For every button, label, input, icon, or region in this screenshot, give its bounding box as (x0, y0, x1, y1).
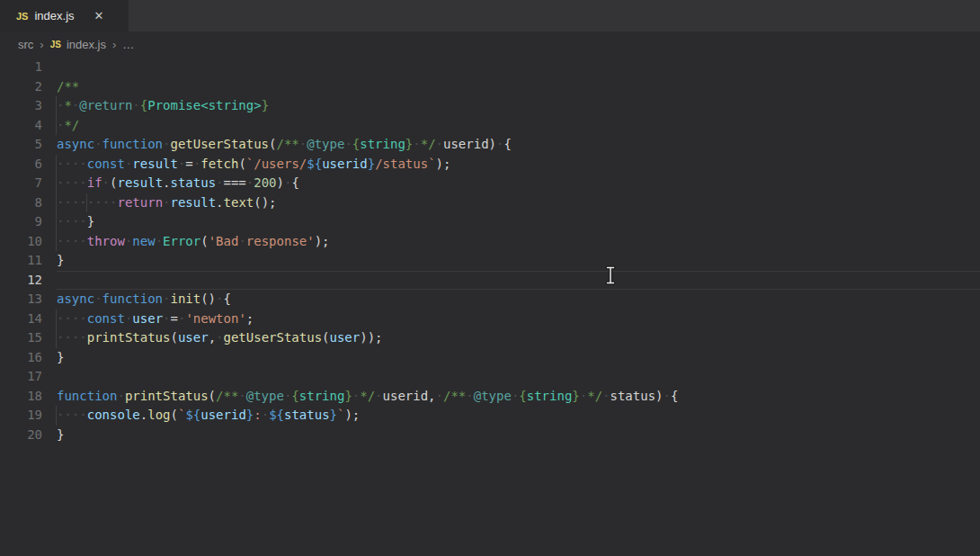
code-line[interactable]: 5async·function·getUserStatus(/**·@type·… (0, 135, 980, 155)
whitespace-dot: · (262, 408, 269, 422)
code-line[interactable]: 4·*/ (0, 116, 980, 136)
code-token: ) (277, 175, 284, 190)
close-icon[interactable]: ✕ (94, 10, 104, 22)
line-number[interactable]: 4 (0, 116, 57, 136)
line-number[interactable]: 2 (0, 77, 57, 97)
code-token: = (171, 311, 178, 326)
code-token: async (57, 291, 94, 306)
whitespace-dot: · (436, 389, 443, 403)
whitespace-dot: · (299, 137, 307, 151)
code-line[interactable]: 15····printStatus(user,·getUserStatus(us… (0, 328, 980, 348)
tab-index-js[interactable]: JS index.js ✕ (0, 0, 129, 31)
code-line[interactable]: 10····throw·new·Error('Bad·response'); (0, 232, 980, 252)
line-number[interactable]: 3 (0, 96, 57, 116)
code-line[interactable]: 14····const·user·=·'newton'; (0, 309, 980, 329)
line-number[interactable]: 18 (0, 387, 57, 407)
code-line[interactable]: 17 (0, 367, 980, 387)
whitespace-dot: · (94, 291, 102, 306)
code-token: */ (64, 118, 79, 132)
indent-guide (56, 309, 57, 329)
code-token: ); (315, 234, 330, 248)
breadcrumb-item-src[interactable]: src (18, 38, 33, 51)
line-number[interactable]: 15 (0, 328, 57, 348)
code-token: init (170, 291, 200, 306)
whitespace-dot: · (102, 175, 110, 190)
tab-bar: JS index.js ✕ (0, 0, 980, 31)
code-token: ${ (269, 408, 284, 422)
line-number[interactable]: 10 (0, 232, 57, 252)
whitespace-dot: · (163, 195, 170, 210)
line-number[interactable]: 13 (0, 290, 57, 309)
line-content: ····console.log(`${userid}:·${status}`); (57, 406, 980, 426)
code-line[interactable]: 2/** (0, 77, 980, 97)
js-file-icon: JS (16, 11, 28, 22)
code-line[interactable]: 11} (0, 251, 980, 271)
code-token: userid (200, 408, 246, 422)
code-token: ( (170, 330, 177, 345)
line-content: ····const·user·=·'newton'; (57, 309, 980, 329)
line-number[interactable]: 14 (0, 309, 57, 329)
code-line[interactable]: 20} (0, 426, 980, 445)
code-line[interactable]: 8········return·result.text(); (0, 193, 980, 213)
code-line[interactable]: 16} (0, 348, 980, 368)
line-number[interactable]: 17 (0, 367, 57, 387)
indent-guide (56, 96, 57, 116)
code-token: } (344, 389, 352, 403)
line-number[interactable]: 7 (0, 174, 57, 193)
whitespace-dot: · (238, 389, 245, 403)
code-token: . (216, 195, 223, 210)
code-token: (); (254, 195, 276, 210)
line-number[interactable]: 19 (0, 406, 57, 426)
indent-guide (56, 116, 57, 136)
code-line[interactable]: 18function·printStatus(/**·@type·{string… (0, 387, 980, 407)
code-token: 'newton' (185, 311, 245, 326)
code-editor[interactable]: 12/**3·*·@return·{Promise<string>}4·*/5a… (0, 58, 980, 444)
indent-guide (56, 155, 57, 175)
code-token: , (209, 330, 216, 345)
line-number[interactable]: 16 (0, 348, 57, 368)
code-token: { (671, 389, 678, 403)
line-number[interactable]: 9 (0, 212, 57, 232)
code-token: } (57, 253, 64, 267)
code-token: { (140, 98, 147, 112)
code-line[interactable]: 19····console.log(`${userid}:·${status}`… (0, 406, 980, 426)
code-token: result (117, 175, 163, 190)
chevron-right-icon: › (112, 38, 116, 51)
code-token: if (87, 175, 102, 190)
indent-guide (56, 212, 57, 232)
indent-guide (86, 193, 87, 213)
breadcrumb-item-symbols[interactable]: … (122, 38, 134, 51)
code-line[interactable]: 7····if·(result.status·===·200)·{ (0, 174, 980, 193)
line-content: async·function·init()·{ (57, 290, 980, 309)
code-token: /** (216, 389, 238, 403)
breadcrumb-item-file[interactable]: index.js (67, 38, 106, 51)
code-line[interactable]: 1 (0, 58, 980, 77)
whitespace-dot: · (79, 157, 86, 171)
line-number[interactable]: 5 (0, 135, 57, 155)
code-line[interactable]: 3·*·@return·{Promise<string>} (0, 96, 980, 116)
code-line[interactable]: 12 (0, 271, 980, 291)
whitespace-dot: · (79, 311, 86, 326)
whitespace-dot: · (64, 234, 71, 248)
line-number[interactable]: 1 (0, 58, 57, 77)
code-token: ( (209, 389, 216, 403)
code-line[interactable]: 9····} (0, 212, 980, 232)
line-content: ····const·result·=·fetch(`/users/${useri… (57, 155, 980, 175)
line-number[interactable]: 6 (0, 155, 57, 175)
code-token: Error (163, 234, 200, 248)
line-number[interactable]: 11 (0, 251, 57, 271)
whitespace-dot: · (238, 234, 245, 248)
line-number[interactable]: 12 (0, 271, 57, 291)
whitespace-dot: · (193, 157, 200, 171)
line-content: ····throw·new·Error('Bad·response'); (57, 232, 980, 252)
whitespace-dot: · (117, 389, 124, 403)
line-content: async·function·getUserStatus(/**·@type·{… (57, 135, 980, 155)
code-line[interactable]: 6····const·result·=·fetch(`/users/${user… (0, 155, 980, 175)
code-token: new (132, 234, 155, 248)
code-token: } (57, 427, 64, 442)
line-number[interactable]: 20 (0, 426, 57, 445)
whitespace-dot: · (79, 175, 86, 190)
line-number[interactable]: 8 (0, 193, 57, 213)
code-line[interactable]: 13async·function·init()·{ (0, 290, 980, 309)
code-token: () (200, 291, 216, 306)
